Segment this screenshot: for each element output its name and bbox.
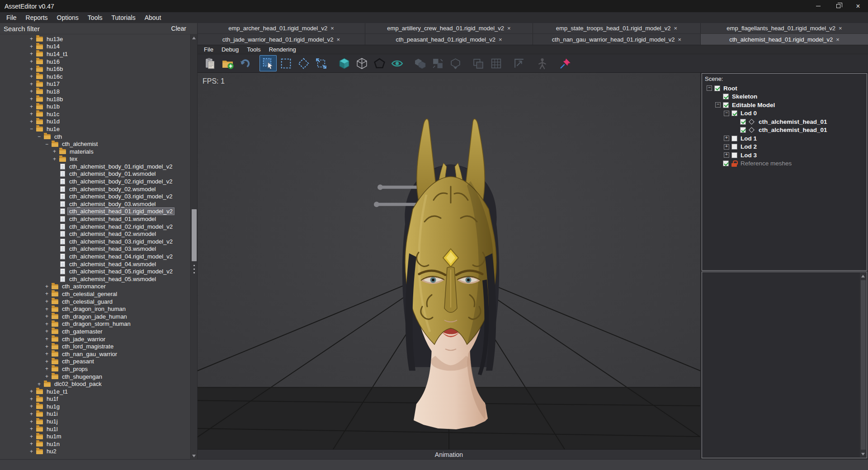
expander-icon[interactable]: + xyxy=(45,351,52,357)
tree-file-cth_alchemist_body_02.rigid_model_v2[interactable]: cth_alchemist_body_02.rigid_model_v2 xyxy=(0,178,190,185)
tree-folder-cth_dragon_iron_human[interactable]: +cth_dragon_iron_human xyxy=(0,305,190,313)
tree-file-cth_alchemist_body_01.rigid_model_v2[interactable]: cth_alchemist_body_01.rigid_model_v2 xyxy=(0,163,190,170)
tab-close-icon[interactable]: × xyxy=(836,36,840,43)
scroll-down-icon[interactable] xyxy=(860,451,866,457)
expander-icon[interactable]: + xyxy=(30,388,36,395)
expander-icon[interactable]: − xyxy=(724,111,729,116)
expander-icon[interactable]: + xyxy=(45,306,52,312)
tree-file-cth_alchemist_body_03.wsmodel[interactable]: cth_alchemist_body_03.wsmodel xyxy=(0,200,190,208)
tab-cth_alchemist_head_01.rigid_model_v2[interactable]: cth_alchemist_head_01.rigid_model_v2× xyxy=(701,34,868,45)
tree-folder-hu1e_t1[interactable]: +hu1e_t1 xyxy=(0,388,190,395)
search-input[interactable] xyxy=(4,25,171,33)
expander-icon[interactable]: + xyxy=(724,136,729,141)
expander-icon[interactable]: + xyxy=(38,381,44,387)
scene-node-skeleton[interactable]: Skeleton xyxy=(704,93,867,101)
tree-folder-cth_props[interactable]: +cth_props xyxy=(0,365,190,373)
tab-close-icon[interactable]: × xyxy=(678,36,682,43)
expander-icon[interactable]: + xyxy=(30,88,36,94)
menu-item-about[interactable]: About xyxy=(140,14,166,21)
tree-folder-cth_nan_gau_warrior[interactable]: +cth_nan_gau_warrior xyxy=(0,350,190,358)
select-object-icon[interactable] xyxy=(259,55,277,71)
checked-checkbox[interactable] xyxy=(723,102,729,108)
expander-icon[interactable]: − xyxy=(715,102,721,108)
undo-icon[interactable] xyxy=(236,55,254,71)
sidebar-scrollbar[interactable] xyxy=(190,34,197,459)
tree-folder-hu1f[interactable]: +hu1f xyxy=(0,395,190,403)
menu-item-file[interactable]: File xyxy=(2,14,21,21)
tab-close-icon[interactable]: × xyxy=(839,25,842,32)
scene-node-reference-meshes[interactable]: Reference meshes xyxy=(704,160,867,168)
expander-icon[interactable]: + xyxy=(45,291,52,297)
expander-icon[interactable]: + xyxy=(45,343,52,350)
tab-emp_artillery_crew_head_01.rigid_model_v2[interactable]: emp_artillery_crew_head_01.rigid_model_v… xyxy=(365,23,533,33)
expander-icon[interactable]: + xyxy=(45,328,52,334)
expander-icon[interactable]: + xyxy=(30,81,36,87)
select-area-icon[interactable] xyxy=(277,55,294,71)
tree-file-cth_alchemist_body_03.rigid_model_v2[interactable]: cth_alchemist_body_03.rigid_model_v2 xyxy=(0,193,190,200)
expander-icon[interactable]: + xyxy=(45,373,52,380)
tree-folder-cth_gatemaster[interactable]: +cth_gatemaster xyxy=(0,328,190,335)
tree-file-cth_alchemist_head_05.wsmodel[interactable]: cth_alchemist_head_05.wsmodel xyxy=(0,275,190,283)
tree-folder-hu16c[interactable]: +hu16c xyxy=(0,73,190,80)
restore-button[interactable] xyxy=(828,0,848,12)
expander-icon[interactable]: + xyxy=(30,96,36,102)
tree-folder-hu1i[interactable]: +hu1i xyxy=(0,410,190,418)
tree-folder-hu1j[interactable]: +hu1j xyxy=(0,418,190,425)
tree-file-cth_alchemist_head_02.rigid_model_v2[interactable]: cth_alchemist_head_02.rigid_model_v2 xyxy=(0,223,190,230)
checked-checkbox[interactable] xyxy=(740,127,746,133)
tree-folder-cth_lord_magistrate[interactable]: +cth_lord_magistrate xyxy=(0,343,190,350)
tree-folder-hu13e[interactable]: +hu13e xyxy=(0,35,190,43)
tab-cth_nan_gau_warrior_head_01.rigid_model_v2[interactable]: cth_nan_gau_warrior_head_01.rigid_model_… xyxy=(533,34,700,45)
tab-emp_flagellants_head_01.rigid_model_v2[interactable]: emp_flagellants_head_01.rigid_model_v2× xyxy=(701,23,868,33)
expander-icon[interactable]: + xyxy=(30,411,36,417)
tab-close-icon[interactable]: × xyxy=(507,25,511,32)
expander-icon[interactable]: + xyxy=(45,336,52,342)
tree-folder-hu14_t1[interactable]: +hu14_t1 xyxy=(0,50,190,58)
tree-folder-tex[interactable]: +tex xyxy=(0,155,190,163)
animation-panel-header[interactable]: Animation xyxy=(198,449,700,459)
paste-icon[interactable] xyxy=(201,55,218,71)
scene-node-lod-1[interactable]: +Lod 1 xyxy=(704,134,867,143)
tree-folder-cth_alchemist[interactable]: −cth_alchemist xyxy=(0,140,190,148)
tree-folder-cth_shugengan[interactable]: +cth_shugengan xyxy=(0,373,190,381)
close-button[interactable]: × xyxy=(848,0,868,12)
expander-icon[interactable]: + xyxy=(30,103,36,110)
tree-folder-cth_astromancer[interactable]: +cth_astromancer xyxy=(0,283,190,291)
tree-folder-hu17[interactable]: +hu17 xyxy=(0,80,190,88)
tree-folder-dlc02_blood_pack[interactable]: +dlc02_blood_pack xyxy=(0,380,190,388)
tree-file-cth_alchemist_head_01.rigid_model_v2[interactable]: cth_alchemist_head_01.rigid_model_v2 xyxy=(0,208,190,216)
menu-item-options[interactable]: Options xyxy=(52,14,83,21)
checked-checkbox[interactable] xyxy=(731,110,737,116)
unchecked-checkbox[interactable] xyxy=(731,144,737,150)
tree-file-cth_alchemist_head_01.wsmodel[interactable]: cth_alchemist_head_01.wsmodel xyxy=(0,215,190,223)
expander-icon[interactable]: + xyxy=(30,43,36,50)
tree-file-cth_alchemist_head_04.wsmodel[interactable]: cth_alchemist_head_04.wsmodel xyxy=(0,260,190,268)
sidebar-splitter[interactable] xyxy=(193,265,196,277)
scene-node-root[interactable]: −Root xyxy=(704,84,867,93)
scene-node-lod-0[interactable]: −Lod 0 xyxy=(704,109,867,118)
tree-folder-hu18b[interactable]: +hu18b xyxy=(0,95,190,103)
expander-icon[interactable]: + xyxy=(45,321,52,327)
tree-folder-cth[interactable]: −cth xyxy=(0,133,190,141)
viewport-canvas[interactable] xyxy=(198,73,700,449)
scroll-down-icon[interactable] xyxy=(191,452,197,459)
menu-item-tutorials[interactable]: Tutorials xyxy=(107,14,140,21)
expander-icon[interactable]: + xyxy=(30,73,36,80)
scene-node-lod-2[interactable]: +Lod 2 xyxy=(704,143,867,151)
expander-icon[interactable]: + xyxy=(45,283,52,290)
expander-icon[interactable]: + xyxy=(30,396,36,402)
expander-icon[interactable]: + xyxy=(45,358,52,365)
minimize-button[interactable] xyxy=(808,0,828,12)
unchecked-checkbox[interactable] xyxy=(731,136,737,141)
tab-emp_archer_head_01.rigid_model_v2[interactable]: emp_archer_head_01.rigid_model_v2× xyxy=(198,23,365,33)
tree-folder-hu1c[interactable]: +hu1c xyxy=(0,110,190,118)
editor-menu-item-tools[interactable]: Tools xyxy=(243,46,264,53)
scroll-up-icon[interactable] xyxy=(191,34,197,41)
tree-file-cth_alchemist_head_03.rigid_model_v2[interactable]: cth_alchemist_head_03.rigid_model_v2 xyxy=(0,238,190,245)
scene-node-editable-model[interactable]: −Editable Model xyxy=(704,101,867,109)
expander-icon[interactable]: + xyxy=(30,418,36,425)
expander-icon[interactable]: − xyxy=(38,133,44,140)
tree-folder-cth_celestial_guard[interactable]: +cth_celestial_guard xyxy=(0,298,190,306)
unchecked-checkbox[interactable] xyxy=(731,152,737,158)
select-face-icon[interactable] xyxy=(295,55,312,71)
